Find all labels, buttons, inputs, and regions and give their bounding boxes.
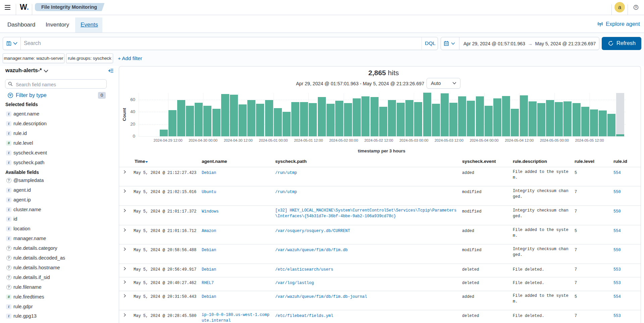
svg-text:?: ? <box>635 5 637 9</box>
svg-text:File Integrity Monitoring: File Integrity Monitoring <box>41 4 97 10</box>
